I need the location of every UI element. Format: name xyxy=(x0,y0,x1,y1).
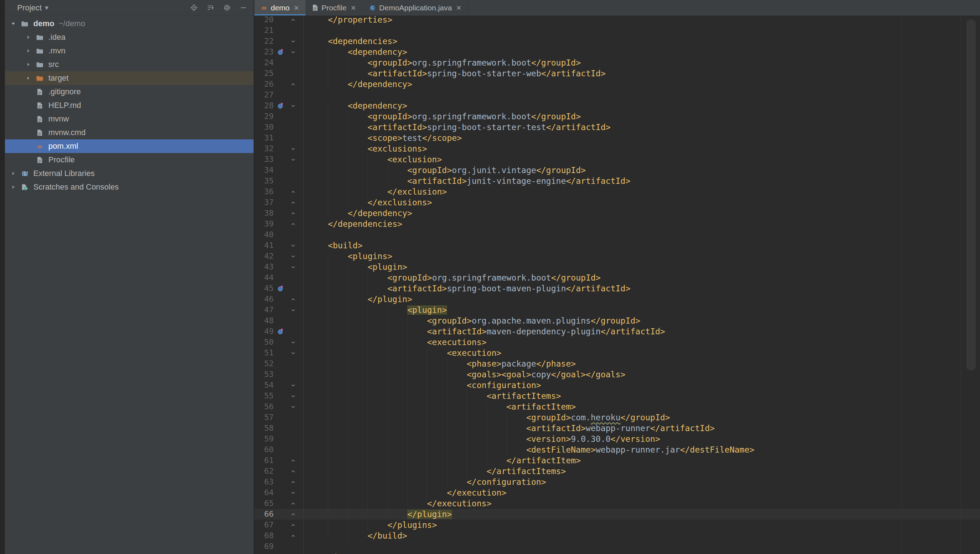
fold-start-icon[interactable] xyxy=(287,307,299,313)
tree-item-idea[interactable]: .idea xyxy=(5,30,254,44)
code-line-34[interactable]: 34 <groupId>org.junit.vintage</groupId> xyxy=(254,165,980,175)
tree-item-demo[interactable]: demo~/demo xyxy=(5,17,254,30)
code-line-29[interactable]: 29 <groupId>org.springframework.boot</gr… xyxy=(254,111,980,122)
fold-end-icon[interactable] xyxy=(287,17,299,23)
tree-item-target[interactable]: target xyxy=(5,71,254,85)
fold-end-icon[interactable] xyxy=(287,189,299,195)
fold-start-icon[interactable] xyxy=(287,253,299,259)
close-icon[interactable]: × xyxy=(456,3,461,12)
code-line-46[interactable]: 46 </plugin> xyxy=(254,294,980,305)
code-line-65[interactable]: 65 </executions> xyxy=(254,498,980,509)
fold-end-icon[interactable] xyxy=(287,200,299,206)
code-line-70[interactable]: 70</project> xyxy=(254,552,980,554)
tree-item-procfile[interactable]: Procfile xyxy=(5,153,254,167)
code-line-33[interactable]: 33 <exclusion> xyxy=(254,154,980,165)
close-icon[interactable]: × xyxy=(294,3,299,12)
code-line-59[interactable]: 59 <version>9.0.30.0</version> xyxy=(254,434,980,444)
code-line-50[interactable]: 50 <executions> xyxy=(254,337,980,348)
fold-start-icon[interactable] xyxy=(287,157,299,163)
code-line-55[interactable]: 55 <artifactItems> xyxy=(254,391,980,401)
tab-procfile[interactable]: Procfile× xyxy=(306,0,363,15)
code-line-20[interactable]: 20 </properties> xyxy=(254,14,980,25)
error-stripe-scrollbar[interactable] xyxy=(961,16,980,554)
maven-gutter-icon[interactable] xyxy=(274,328,287,335)
hide-icon[interactable] xyxy=(238,3,248,13)
tree-item-scratches-and-consoles[interactable]: Scratches and Consoles xyxy=(5,180,254,194)
code-line-57[interactable]: 57 <groupId>com.heroku</groupId> xyxy=(254,412,980,423)
code-line-21[interactable]: 21 xyxy=(254,25,980,36)
chevron-down-icon[interactable] xyxy=(7,20,19,27)
fold-start-icon[interactable] xyxy=(287,339,299,345)
code-line-41[interactable]: 41 <build> xyxy=(254,240,980,251)
fold-start-icon[interactable] xyxy=(287,404,299,410)
code-line-30[interactable]: 30 <artifactId>spring-boot-starter-test<… xyxy=(254,122,980,132)
code-line-60[interactable]: 60 <destFileName>webapp-runner.jar</dest… xyxy=(254,444,980,455)
code-line-27[interactable]: 27 xyxy=(254,89,980,100)
fold-end-icon[interactable] xyxy=(287,479,299,485)
fold-end-icon[interactable] xyxy=(287,501,299,507)
code-line-32[interactable]: 32 <exclusions> xyxy=(254,143,980,154)
code-line-56[interactable]: 56 <artifactItem> xyxy=(254,401,980,412)
code-line-26[interactable]: 26 </dependency> xyxy=(254,79,980,89)
fold-end-icon[interactable] xyxy=(287,210,299,217)
code-line-64[interactable]: 64 </execution> xyxy=(254,487,980,498)
tree-item-pom-xml[interactable]: mpom.xml xyxy=(5,139,254,153)
tool-window-title[interactable]: Project xyxy=(17,3,41,13)
fold-end-icon[interactable] xyxy=(287,490,299,496)
maven-gutter-icon[interactable] xyxy=(274,49,287,55)
code-line-22[interactable]: 22 <dependencies> xyxy=(254,36,980,46)
code-line-39[interactable]: 39 </dependencies> xyxy=(254,218,980,229)
code-line-63[interactable]: 63 </configuration> xyxy=(254,477,980,487)
fold-start-icon[interactable] xyxy=(287,350,299,356)
fold-start-icon[interactable] xyxy=(287,264,299,270)
maven-gutter-icon[interactable] xyxy=(274,285,287,292)
code-line-42[interactable]: 42 <plugins> xyxy=(254,251,980,262)
scrollbar-thumb[interactable] xyxy=(966,19,976,371)
chevron-down-icon[interactable]: ▾ xyxy=(45,3,48,12)
tree-item-gitignore[interactable]: .gitignore xyxy=(5,85,254,99)
fold-start-icon[interactable] xyxy=(287,243,299,249)
fold-end-icon[interactable] xyxy=(287,468,299,474)
tab-demo[interactable]: mdemo× xyxy=(254,0,306,15)
code-line-24[interactable]: 24 <groupId>org.springframework.boot</gr… xyxy=(254,57,980,68)
tree-item-mvnw[interactable]: mvnw xyxy=(5,112,254,126)
settings-icon[interactable] xyxy=(221,3,232,13)
maven-gutter-icon[interactable] xyxy=(274,102,287,109)
code-line-69[interactable]: 69 xyxy=(254,541,980,552)
close-icon[interactable]: × xyxy=(351,3,356,12)
fold-end-icon[interactable] xyxy=(287,533,299,539)
fold-end-icon[interactable] xyxy=(287,522,299,528)
code-line-52[interactable]: 52 <phase>package</phase> xyxy=(254,358,980,369)
code-line-48[interactable]: 48 <groupId>org.apache.maven.plugins</gr… xyxy=(254,315,980,326)
code-line-68[interactable]: 68 </build> xyxy=(254,530,980,541)
code-line-28[interactable]: 28 <dependency> xyxy=(254,100,980,111)
fold-start-icon[interactable] xyxy=(287,49,299,55)
code-line-25[interactable]: 25 <artifactId>spring-boot-starter-web</… xyxy=(254,68,980,79)
chevron-right-icon[interactable] xyxy=(22,61,34,68)
tree-item-mvnw-cmd[interactable]: mvnw.cmd xyxy=(5,126,254,139)
chevron-right-icon[interactable] xyxy=(22,34,34,41)
code-line-40[interactable]: 40 xyxy=(254,229,980,240)
fold-end-icon[interactable] xyxy=(287,296,299,302)
chevron-right-icon[interactable] xyxy=(7,170,19,177)
fold-start-icon[interactable] xyxy=(287,103,299,109)
left-tool-window-bar[interactable] xyxy=(0,0,5,554)
code-line-67[interactable]: 67 </plugins> xyxy=(254,520,980,530)
tab-demoapplication-java[interactable]: CDemoApplication.java× xyxy=(363,0,468,15)
code-line-54[interactable]: 54 <configuration> xyxy=(254,380,980,391)
code-line-36[interactable]: 36 </exclusion> xyxy=(254,186,980,197)
code-line-37[interactable]: 37 </exclusions> xyxy=(254,197,980,208)
code-line-31[interactable]: 31 <scope>test</scope> xyxy=(254,132,980,143)
fold-end-icon[interactable] xyxy=(287,511,299,517)
code-line-43[interactable]: 43 <plugin> xyxy=(254,262,980,272)
locate-icon[interactable] xyxy=(188,3,199,13)
tree-item-mvn[interactable]: .mvn xyxy=(5,44,254,58)
code-line-35[interactable]: 35 <artifactId>junit-vintage-engine</art… xyxy=(254,175,980,186)
code-line-45[interactable]: 45 <artifactId>spring-boot-maven-plugin<… xyxy=(254,283,980,294)
fold-start-icon[interactable] xyxy=(287,38,299,45)
code-line-51[interactable]: 51 <execution> xyxy=(254,348,980,358)
code-editor[interactable]: 20 </properties>2122 <dependencies>23 <d… xyxy=(254,14,980,554)
fold-end-icon[interactable] xyxy=(287,81,299,88)
chevron-right-icon[interactable] xyxy=(22,47,34,54)
code-line-58[interactable]: 58 <artifactId>webapp-runner</artifactId… xyxy=(254,423,980,434)
